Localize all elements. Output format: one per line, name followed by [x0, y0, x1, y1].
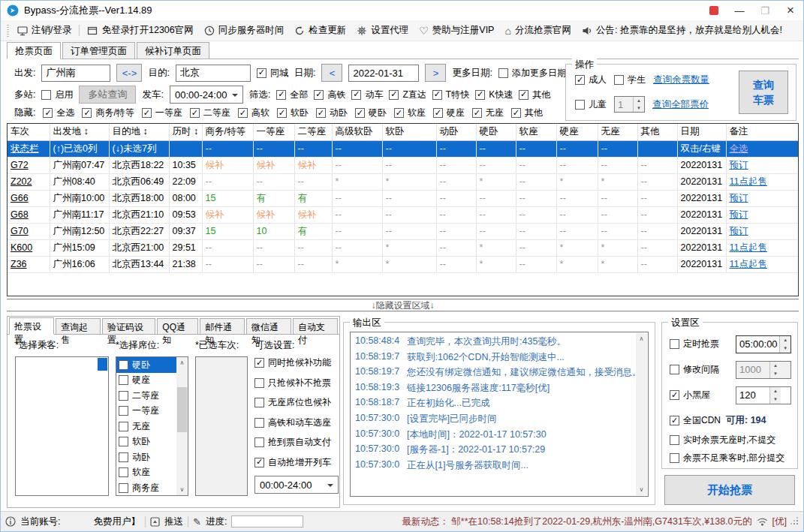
- train-row-K600[interactable]: K600广州15:09北京西21:0029:51--------*--*--**…: [8, 239, 799, 256]
- seat-checkbox-6[interactable]: [119, 452, 128, 462]
- seat-item-1[interactable]: 硬座: [116, 373, 176, 389]
- interval-checkbox[interactable]: 修改间隔: [670, 363, 719, 376]
- cell-备注[interactable]: 预订: [726, 190, 799, 206]
- column-header-5[interactable]: 一等座: [253, 124, 294, 140]
- cell-车次[interactable]: G70: [8, 223, 50, 239]
- filter-checkbox-3[interactable]: Z直达: [389, 89, 426, 101]
- cell-车次[interactable]: G66: [8, 190, 50, 206]
- scroll-up-icon[interactable]: ∧: [640, 335, 644, 342]
- child-count-stepper[interactable]: 1 ▲▼: [614, 96, 645, 113]
- seat-item-5[interactable]: 软卧: [116, 434, 176, 450]
- hide-checkbox-4[interactable]: 高软: [238, 107, 270, 119]
- seat-checkbox-3[interactable]: [119, 406, 128, 416]
- maximize-button[interactable]: ❐: [752, 1, 778, 20]
- settings-tab-3[interactable]: QQ通知: [157, 318, 198, 334]
- titlebar-red-icon[interactable]: [701, 1, 727, 20]
- scroll-thumb[interactable]: [177, 387, 187, 432]
- resize-grip[interactable]: [791, 518, 799, 525]
- add-more-dates-checkbox[interactable]: 添加更多日期: [498, 67, 566, 80]
- seat-item-4[interactable]: 无座: [116, 419, 176, 434]
- settings-tab-5[interactable]: 微信通知: [246, 318, 291, 334]
- grab-option-checkbox-5[interactable]: 自动抢增开列车: [254, 456, 339, 469]
- column-header-2[interactable]: 目的地 ↕: [109, 124, 169, 140]
- date-prev-button[interactable]: <: [321, 64, 342, 82]
- hide-checkbox-6[interactable]: 动卧: [316, 107, 348, 119]
- stepper-arrows-icon[interactable]: ▲▼: [769, 387, 781, 404]
- settings-tab-4[interactable]: 邮件通知: [200, 318, 245, 334]
- date-next-button[interactable]: >: [425, 64, 446, 82]
- column-header-3[interactable]: 历时 ↕: [169, 124, 202, 140]
- filter-checkbox-1[interactable]: 高铁: [314, 89, 345, 101]
- hide-checkbox-8[interactable]: 软座: [394, 107, 426, 119]
- output-scrollbar[interactable]: ∧ ∨: [636, 333, 647, 495]
- query-seat-count-link[interactable]: 查询余票数量: [653, 74, 709, 86]
- cell-车次[interactable]: G72: [8, 157, 50, 173]
- settings-tab-2[interactable]: 验证码设置: [102, 318, 155, 334]
- grab-option-checkbox-3[interactable]: 高铁和动车选座: [254, 416, 339, 429]
- cell-车次[interactable]: Z202: [8, 173, 50, 190]
- hide-checkbox-0[interactable]: 全选: [43, 107, 74, 119]
- multi-query-button[interactable]: 多站查询: [79, 86, 136, 104]
- student-checkbox[interactable]: 学生: [614, 74, 646, 86]
- scroll-down-icon[interactable]: ∨: [180, 486, 185, 493]
- column-header-1[interactable]: 出发地 ↕: [50, 124, 109, 140]
- hide-settings-divider[interactable]: ↓隐藏设置区域↓: [7, 299, 799, 312]
- status-cell-0[interactable]: 状态栏: [8, 140, 50, 157]
- filter-checkbox-6[interactable]: 其他: [519, 89, 550, 101]
- hide-checkbox-10[interactable]: 无座: [472, 107, 504, 119]
- seat-checkbox-1[interactable]: [119, 375, 128, 385]
- seat-item-3[interactable]: 一等座: [116, 404, 176, 419]
- toolbar-item-7[interactable]: 公告: 抢票靠的是坚持，放弃就是给别人机会!: [577, 22, 787, 40]
- cell-备注[interactable]: 预订: [726, 206, 799, 223]
- seat-item-7[interactable]: 软座: [116, 465, 176, 481]
- hide-checkbox-1[interactable]: 商务/特等: [82, 107, 134, 119]
- column-header-9[interactable]: 动卧: [436, 124, 476, 140]
- toolbar-item-5[interactable]: ♡赞助与注册VIP: [414, 22, 499, 40]
- cell-备注[interactable]: 预订: [726, 157, 799, 173]
- blackroom-stepper[interactable]: 120 ▲▼: [736, 386, 791, 404]
- no-seat-no-submit-checkbox[interactable]: 实时余票无座时,不提交: [670, 434, 775, 446]
- column-header-11[interactable]: 软座: [516, 124, 556, 140]
- grab-option-checkbox-2[interactable]: 无座席位也候补: [254, 396, 339, 409]
- train-row-G72[interactable]: G72广州南07:47北京西18:2210:35候补候补候补----------…: [8, 157, 799, 173]
- column-header-14[interactable]: 其他: [637, 124, 677, 140]
- push-label[interactable]: 推送: [164, 515, 183, 528]
- multi-enable-checkbox[interactable]: 启用: [41, 89, 73, 101]
- toolbar-item-1[interactable]: 免登录打开12306官网: [82, 22, 198, 40]
- seat-checkbox-8[interactable]: [119, 483, 128, 493]
- column-header-15[interactable]: 日期: [677, 124, 726, 140]
- seat-scrollbar[interactable]: ∧ ∨: [176, 357, 188, 495]
- close-button[interactable]: ×: [778, 1, 803, 20]
- output-log-list[interactable]: 10:58:48:4查询完毕，本次查询共用时:435毫秒。10:58:19:7获…: [350, 332, 649, 497]
- blackroom-checkbox[interactable]: 小黑屋: [670, 389, 710, 401]
- grab-time-range-select[interactable]: 00:00-24:00: [254, 476, 339, 494]
- depart-time-select[interactable]: 00:00-24:00: [170, 86, 243, 104]
- stepper-arrows-icon[interactable]: ▲▼: [779, 336, 790, 353]
- train-row-G66[interactable]: G66广州南10:00北京西18:0008:0015有有------------…: [8, 190, 799, 206]
- filter-checkbox-4[interactable]: T特快: [432, 89, 469, 101]
- timed-grab-checkbox[interactable]: 定时抢票: [670, 338, 719, 350]
- toolbar-item-0[interactable]: 注销/登录: [12, 22, 77, 40]
- query-ticket-button[interactable]: 查询 车票: [739, 71, 788, 114]
- toolbar-item-4[interactable]: 设置代理: [351, 22, 414, 40]
- cell-车次[interactable]: Z36: [8, 256, 50, 272]
- column-header-8[interactable]: 软卧: [382, 124, 436, 140]
- hide-checkbox-5[interactable]: 软卧: [277, 107, 309, 119]
- minimize-button[interactable]: —: [727, 1, 752, 20]
- toolbar-item-6[interactable]: ⌂分流抢票官网: [499, 22, 576, 40]
- seat-item-6[interactable]: 动卧: [116, 449, 176, 465]
- hide-checkbox-7[interactable]: 硬卧: [355, 107, 387, 119]
- main-tab-1[interactable]: 订单管理页面: [62, 42, 135, 59]
- partial-submit-checkbox[interactable]: 余票不足乘客时,部分提交: [670, 452, 784, 464]
- hide-checkbox-11[interactable]: 其他: [511, 107, 543, 119]
- seat-item-0[interactable]: 硬卧: [116, 357, 176, 373]
- hide-checkbox-2[interactable]: 一等座: [142, 107, 182, 119]
- timed-grab-stepper[interactable]: 05:00:00 ▲▼: [736, 335, 791, 353]
- stepper-arrows-icon[interactable]: ▲▼: [633, 97, 644, 112]
- chosen-train-listbox[interactable]: [195, 356, 248, 496]
- column-header-7[interactable]: 高级软卧: [332, 124, 382, 140]
- toolbar-item-3[interactable]: 检查更新: [289, 22, 351, 40]
- settings-tab-0[interactable]: 抢票设置: [9, 317, 54, 335]
- cell-备注[interactable]: 11点起售: [726, 256, 799, 272]
- scroll-up-icon[interactable]: ∧: [180, 359, 185, 366]
